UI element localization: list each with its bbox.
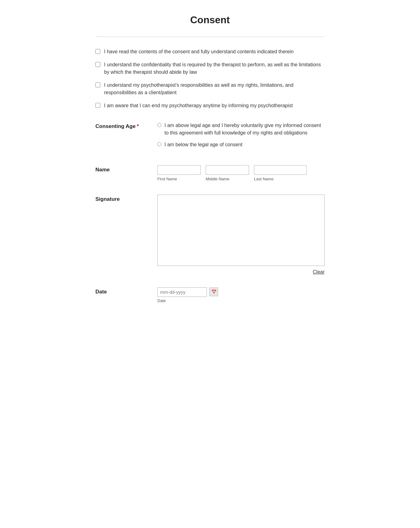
middle-name-sublabel: Middle Name [206, 176, 249, 182]
required-star: * [137, 123, 139, 129]
middle-name-input[interactable] [206, 165, 249, 175]
clear-link-row: Clear [157, 269, 325, 275]
name-fields-row: First Name Middle Name Last Name [157, 165, 325, 182]
first-name-sublabel: First Name [157, 176, 201, 182]
checkbox-cb2[interactable] [95, 62, 100, 67]
radio-age-above[interactable] [157, 123, 161, 127]
last-name-input[interactable] [254, 165, 307, 175]
date-sublabel: Date [157, 298, 166, 303]
signature-canvas[interactable] [157, 195, 325, 266]
signature-content: Clear [157, 195, 325, 275]
first-name-input[interactable] [157, 165, 201, 175]
date-field-group: 📅 [157, 287, 325, 297]
checkbox-cb1[interactable] [95, 49, 100, 54]
page-container: Consent I have read the contents of the … [77, 0, 343, 341]
radio-option-below: I am below the legal age of consent [157, 141, 325, 148]
page-title: Consent [95, 12, 325, 27]
middle-name-group: Middle Name [206, 165, 249, 182]
checkbox-label-cb4: I am aware that I can end my psychothera… [104, 102, 293, 109]
checkbox-label-cb2: I understand the confidentiality that is… [104, 61, 325, 76]
date-label: Date [95, 287, 157, 296]
checkbox-list: I have read the contents of the consent … [95, 48, 325, 109]
date-input[interactable] [157, 287, 207, 297]
checkbox-label-cb1: I have read the contents of the consent … [104, 48, 294, 55]
radio-age-below[interactable] [157, 142, 161, 146]
checkbox-label-cb3: I understand my psychotherapist's respon… [104, 81, 325, 96]
list-item: I understand the confidentiality that is… [95, 61, 325, 76]
checkbox-cb3[interactable] [95, 82, 100, 87]
name-section: Name First Name Middle Name Last Name [95, 165, 325, 182]
name-content: First Name Middle Name Last Name [157, 165, 325, 182]
divider [95, 37, 325, 37]
checkbox-cb4[interactable] [95, 103, 100, 108]
consenting-age-label: Consenting Age* [95, 122, 157, 130]
signature-section: Signature Clear [95, 195, 325, 275]
consenting-age-section: Consenting Age* I am above legal age and… [95, 122, 325, 153]
list-item: I have read the contents of the consent … [95, 48, 325, 55]
first-name-group: First Name [157, 165, 201, 182]
last-name-group: Last Name [254, 165, 307, 182]
name-label: Name [95, 165, 157, 174]
clear-button[interactable]: Clear [313, 269, 325, 275]
list-item: I am aware that I can end my psychothera… [95, 102, 325, 109]
radio-label-above: I am above legal age and I hereby volunt… [164, 122, 325, 137]
consenting-age-content: I am above legal age and I hereby volunt… [157, 122, 325, 153]
date-section: Date 📅 Date [95, 287, 325, 304]
calendar-icon[interactable]: 📅 [209, 288, 218, 296]
radio-label-below: I am below the legal age of consent [164, 141, 243, 148]
radio-option-above: I am above legal age and I hereby volunt… [157, 122, 325, 137]
date-content: 📅 Date [157, 287, 325, 304]
list-item: I understand my psychotherapist's respon… [95, 81, 325, 96]
signature-label: Signature [95, 195, 157, 203]
last-name-sublabel: Last Name [254, 176, 307, 182]
